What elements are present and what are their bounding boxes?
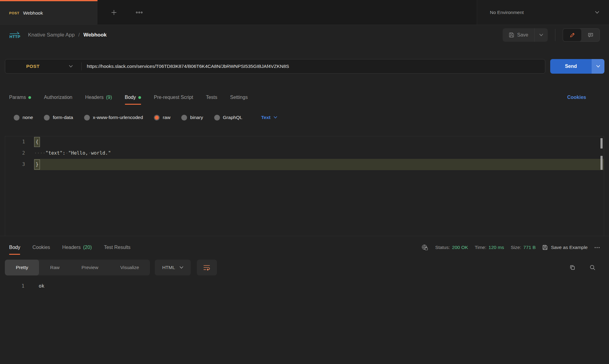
radio-icon [44,115,50,121]
raw-language-selector[interactable]: Text [261,115,277,120]
matched-bracket: } [34,159,40,170]
radio-selected-icon [154,115,160,121]
mode-none[interactable]: none [14,115,33,121]
copy-icon[interactable] [569,264,575,271]
params-green-dot [28,96,31,99]
response-tab-body[interactable]: Body [9,240,20,255]
save-options-button[interactable] [534,28,548,42]
status-label: Status: [435,245,450,250]
mode-form-data[interactable]: form-data [44,115,73,121]
comment-icon [588,32,593,38]
send-options-button[interactable] [592,59,604,74]
chevron-down-icon [596,65,600,68]
whitespace-dot: · [88,150,91,156]
editor-line-3-current[interactable]: 3 } [5,159,604,170]
json-key: "text": [45,150,65,156]
response-headers-count-badge: (20) [83,245,92,250]
chevron-down-icon [69,65,73,68]
editor-scrollbar-mark[interactable] [600,138,603,149]
editor-line-1[interactable]: 1 { [5,136,604,148]
tab-tests[interactable]: Tests [206,90,217,105]
url-input[interactable] [82,64,545,69]
tab-headers[interactable]: Headers (9) [85,90,112,105]
network-globe-lock-icon[interactable] [421,244,429,251]
request-tab[interactable]: POST Webhook [0,0,97,25]
edit-comment-toggle-group [563,28,600,42]
mode-urlencoded[interactable]: x-www-form-urlencoded [84,115,143,121]
tab-settings[interactable]: Settings [230,90,248,105]
tab-prerequest-label: Pre-request Script [154,95,193,100]
json-value: "Hello, [68,150,88,156]
editor-scrollbar-mark[interactable] [600,156,603,170]
code-line: { [34,136,604,148]
mode-graphql[interactable]: GraphQL [214,115,243,121]
whitespace-dot: · [66,150,68,156]
mode-form-data-label: form-data [53,115,73,120]
editor-line-2[interactable]: 2 ····"text":·"Hello,·world." [5,148,604,159]
cookies-link[interactable]: Cookies [567,95,586,100]
tab-params[interactable]: Params [9,90,31,105]
request-actions: Save [503,28,600,42]
response-body-viewer[interactable]: 1 ok [0,280,609,292]
search-icon[interactable] [590,264,596,271]
view-raw-button[interactable]: Raw [39,260,70,275]
response-toolbar: Pretty Raw Preview Visualize HTML [0,260,609,275]
tab-prerequest-script[interactable]: Pre-request Script [154,90,193,105]
tab-body-label: Body [125,95,136,100]
top-tab-bar: POST Webhook No Environment [0,0,609,25]
request-response-divider[interactable] [0,236,609,236]
size-pair[interactable]: Size: 771 B [511,245,536,250]
tab-options-button[interactable] [136,12,143,13]
raw-language-label: Text [261,115,271,120]
environment-selector[interactable]: No Environment [477,0,609,25]
response-format-selector[interactable]: HTML [155,260,190,275]
body-green-dot [138,96,141,99]
tab-settings-label: Settings [230,95,248,100]
tab-strip [97,0,477,25]
size-label: Size: [511,245,521,250]
response-format-label: HTML [162,265,175,270]
breadcrumb-separator: / [78,32,80,38]
view-visualize-button[interactable]: Visualize [109,260,150,275]
mode-raw-label: raw [163,115,170,120]
json-value: world." [91,150,111,156]
view-preview-button[interactable]: Preview [71,260,109,275]
active-tab-underline [125,104,141,105]
tab-headers-label: Headers [85,95,104,100]
radio-icon [14,115,19,121]
tab-body[interactable]: Body [125,90,141,105]
breadcrumb-collection[interactable]: Knative Sample App [28,32,75,38]
save-button[interactable]: Save [503,28,534,42]
response-tab-cookies[interactable]: Cookies [32,240,50,255]
response-tab-headers[interactable]: Headers (20) [62,240,92,255]
request-body-editor[interactable]: 1 { 2 ····"text":·"Hello,·world." 3 } [5,136,604,236]
mode-none-label: none [23,115,33,120]
tab-method-label: POST [9,11,19,15]
mode-raw[interactable]: raw [154,115,170,121]
status-pair[interactable]: Status: 200 OK [435,245,468,250]
tab-authorization-label: Authorization [44,95,72,100]
response-options-button[interactable] [594,247,600,248]
method-selector[interactable]: POST [5,64,81,69]
chevron-down-icon [595,11,599,14]
comments-button[interactable] [581,29,600,41]
save-floppy-icon [509,32,514,38]
send-button[interactable]: Send [550,59,592,74]
time-label: Time: [475,245,486,250]
tab-authorization[interactable]: Authorization [44,90,72,105]
size-value: 771 B [523,245,536,250]
breadcrumb-request-name: Webhook [83,32,107,38]
url-bar: POST [5,59,545,74]
wrap-lines-button[interactable] [197,260,217,275]
wrap-lines-icon [203,265,210,271]
new-tab-button[interactable] [110,9,118,16]
time-pair[interactable]: Time: 120 ms [475,245,504,250]
response-tab-tests-label: Test Results [104,245,130,250]
response-tab-test-results[interactable]: Test Results [104,240,130,255]
edit-request-button[interactable] [563,29,581,41]
view-pretty-button[interactable]: Pretty [5,260,39,275]
save-button-group: Save [503,28,548,42]
save-as-example-button[interactable]: Save as Example [542,245,588,250]
response-header: Body Cookies Headers (20) Test Results S… [0,240,609,255]
mode-binary[interactable]: binary [181,115,203,121]
